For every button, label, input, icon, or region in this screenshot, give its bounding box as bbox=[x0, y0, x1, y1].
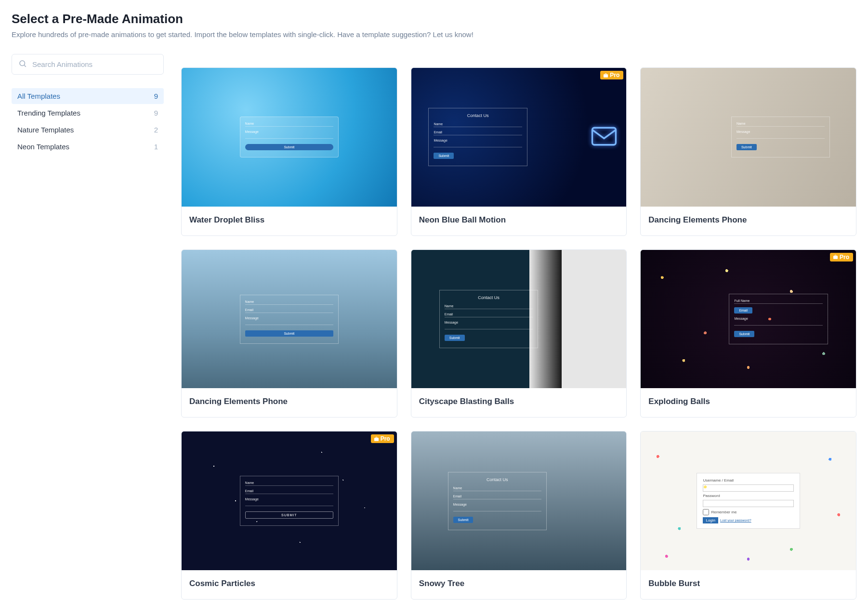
category-item[interactable]: All Templates9 bbox=[12, 88, 164, 104]
svg-point-0 bbox=[20, 61, 25, 66]
pro-badge: Pro bbox=[830, 253, 853, 261]
template-thumbnail: Name Email Message Submit bbox=[182, 250, 397, 389]
category-item[interactable]: Nature Templates2 bbox=[12, 122, 164, 138]
search-input[interactable] bbox=[12, 54, 164, 75]
template-thumbnail: Username / Email Password Remember me Lo… bbox=[641, 431, 856, 570]
template-title: Dancing Elements Phone bbox=[189, 397, 389, 406]
sidebar: All Templates9Trending Templates9Nature … bbox=[12, 54, 164, 156]
category-label: Nature Templates bbox=[17, 126, 74, 134]
template-title-row: Neon Blue Ball Motion bbox=[411, 207, 627, 235]
category-count: 9 bbox=[154, 109, 158, 117]
search-icon bbox=[18, 59, 27, 70]
category-item[interactable]: Neon Templates1 bbox=[12, 139, 164, 155]
page-title: Select a Pre-Made Animation bbox=[12, 12, 856, 26]
template-thumbnail: Full Name Email Message Submit Pro bbox=[641, 250, 856, 389]
template-thumbnail: Contact Us Name Email Message Submit bbox=[411, 431, 627, 570]
template-card[interactable]: Name Email Message Submit Dancing Elemen… bbox=[181, 249, 397, 418]
category-item[interactable]: Trending Templates9 bbox=[12, 105, 164, 121]
search-wrap bbox=[12, 54, 164, 75]
template-title: Bubble Burst bbox=[648, 579, 848, 588]
category-label: Neon Templates bbox=[17, 143, 69, 151]
template-card[interactable]: Name Message Submit Dancing Elements Pho… bbox=[640, 67, 856, 236]
template-title-row: Exploding Balls bbox=[641, 388, 856, 417]
template-thumbnail: Contact Us Name Email Message Submit bbox=[411, 250, 627, 389]
category-label: Trending Templates bbox=[17, 109, 80, 117]
template-title-row: Water Droplet Bliss bbox=[182, 207, 397, 235]
pro-badge: Pro bbox=[371, 434, 394, 443]
template-title: Water Droplet Bliss bbox=[189, 215, 389, 225]
template-thumbnail: Name Message Submit bbox=[182, 68, 397, 207]
template-title: Snowy Tree bbox=[419, 579, 619, 588]
template-title: Exploding Balls bbox=[648, 397, 848, 406]
category-list: All Templates9Trending Templates9Nature … bbox=[12, 88, 164, 155]
template-card[interactable]: Full Name Email Message Submit ProExplod… bbox=[640, 249, 856, 418]
pro-badge: Pro bbox=[600, 71, 623, 79]
template-card[interactable]: Contact Us Name Email Message Submit Sno… bbox=[411, 431, 627, 600]
category-count: 1 bbox=[154, 143, 158, 151]
template-title: Dancing Elements Phone bbox=[648, 215, 848, 225]
template-thumbnail: Name Email Message SUBMIT Pro bbox=[182, 431, 397, 570]
category-label: All Templates bbox=[17, 92, 60, 100]
template-title-row: Dancing Elements Phone bbox=[182, 388, 397, 417]
svg-rect-2 bbox=[592, 128, 616, 145]
template-title: Cosmic Particles bbox=[189, 579, 389, 588]
template-title-row: Cityscape Blasting Balls bbox=[411, 388, 627, 417]
template-title-row: Snowy Tree bbox=[411, 570, 627, 599]
template-title-row: Cosmic Particles bbox=[182, 570, 397, 599]
category-count: 9 bbox=[154, 92, 158, 100]
category-count: 2 bbox=[154, 126, 158, 134]
template-title: Cityscape Blasting Balls bbox=[419, 397, 619, 406]
template-title-row: Dancing Elements Phone bbox=[641, 207, 856, 235]
template-grid: Name Message Submit Water Droplet Bliss … bbox=[181, 54, 856, 600]
template-thumbnail: Name Message Submit bbox=[641, 68, 856, 207]
template-card[interactable]: Contact Us Name Email Message Submit Cit… bbox=[411, 249, 627, 418]
template-card[interactable]: Username / Email Password Remember me Lo… bbox=[640, 431, 856, 600]
template-card[interactable]: Contact Us Name Email Message Submit Pro… bbox=[411, 67, 627, 236]
page-subtitle: Explore hundreds of pre-made animations … bbox=[12, 30, 856, 39]
template-thumbnail: Contact Us Name Email Message Submit Pro bbox=[411, 68, 627, 207]
svg-line-1 bbox=[24, 65, 26, 66]
template-title-row: Bubble Burst bbox=[641, 570, 856, 599]
template-title: Neon Blue Ball Motion bbox=[419, 215, 619, 225]
template-card[interactable]: Name Email Message SUBMIT ProCosmic Part… bbox=[181, 431, 397, 600]
template-card[interactable]: Name Message Submit Water Droplet Bliss bbox=[181, 67, 397, 236]
